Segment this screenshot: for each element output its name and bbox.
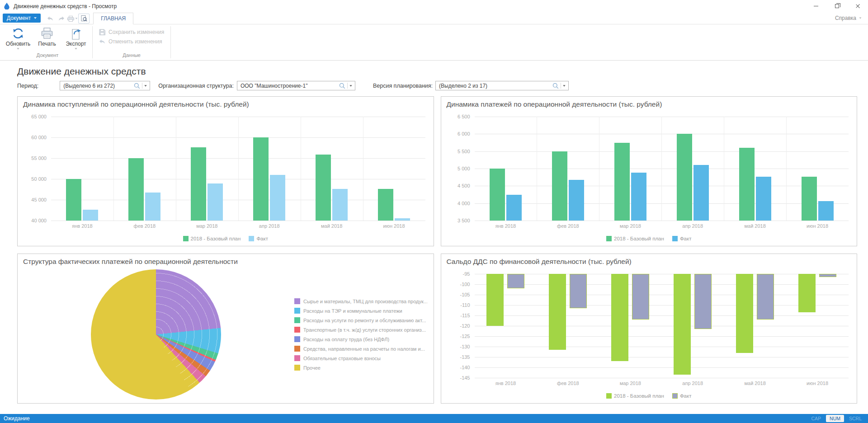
fact-bar <box>694 274 712 329</box>
fact-bar <box>507 274 524 288</box>
plot-area: -95-100-105-110-115-120-125-130-135-140-… <box>475 274 849 378</box>
y-axis-tick-label: -140 <box>460 365 470 370</box>
legend-item: 2018 - Базовый план <box>606 236 664 241</box>
help-button[interactable]: Справка <box>835 15 862 21</box>
plan-version-value: (Выделено 2 из 17) <box>439 83 551 89</box>
close-button[interactable] <box>847 0 868 12</box>
undo-button[interactable] <box>44 14 56 24</box>
bar-group <box>786 117 849 221</box>
x-axis-label: апр 2018 <box>238 223 301 229</box>
export-button[interactable]: Экспорт <box>62 26 90 52</box>
dashboard-grid: Динамика поступлений по операционной дея… <box>17 96 857 404</box>
chevron-down-icon[interactable] <box>349 85 352 87</box>
gridline <box>475 221 849 221</box>
gridline <box>51 221 425 221</box>
x-axis-label: янв 2018 <box>51 223 113 229</box>
tab-glavnaya[interactable]: ГЛАВНАЯ <box>93 13 133 24</box>
legend-label: Расходы на услуги по ремонту и обслужива… <box>303 318 426 323</box>
plan-bar <box>316 155 331 221</box>
status-bar: Ожидание CAP NUM SCRL <box>0 414 868 423</box>
caps-lock-indicator: CAP <box>807 415 825 422</box>
x-axis-labels: янв 2018фев 2018мар 2018апр 2018май 2018… <box>475 381 849 386</box>
search-icon[interactable] <box>552 83 559 89</box>
bar-group <box>724 117 786 221</box>
bar-group <box>238 117 301 221</box>
combo-divider <box>561 83 561 89</box>
bar-groups <box>51 117 425 221</box>
plan-bar <box>191 147 206 221</box>
plan-bar <box>128 158 144 221</box>
document-menu-button[interactable]: Документ <box>3 14 41 23</box>
bar-group <box>301 117 363 221</box>
redo-icon <box>58 16 65 21</box>
page-title: Движение денежных средств <box>17 66 857 77</box>
x-axis-label: май 2018 <box>301 223 363 229</box>
x-axis-label: мар 2018 <box>599 381 661 386</box>
pie-legend-item: Расходы на услуги по ремонту и обслужива… <box>294 315 427 325</box>
plan-version-combobox[interactable]: (Выделено 2 из 17) <box>435 81 569 90</box>
plan-bar <box>378 189 393 221</box>
chevron-down-icon[interactable] <box>563 85 565 87</box>
plan-bar <box>674 274 691 375</box>
receipts-bar-chart: 65 00060 00055 00050 00045 00040 000янв … <box>23 111 428 242</box>
y-axis-tick-label: -100 <box>460 282 470 287</box>
chart-legend: 2018 - Базовый планФакт <box>23 236 428 241</box>
period-combobox[interactable]: (Выделено 6 из 272) <box>60 81 150 90</box>
bar-group <box>537 117 599 221</box>
redo-button[interactable] <box>56 14 67 24</box>
x-axis-label: янв 2018 <box>475 223 537 229</box>
maximize-button[interactable] <box>826 0 847 12</box>
legend-swatch-icon <box>606 236 612 241</box>
chart-title: Структура фактических платежей по операц… <box>23 258 428 268</box>
org-structure-combobox[interactable]: ООО "Машиностроение-1" <box>237 81 355 90</box>
legend-swatch-icon <box>249 236 254 241</box>
refresh-label: Обновить <box>6 41 30 47</box>
scroll-lock-indicator: SCRL <box>845 415 865 422</box>
legend-swatch-icon <box>294 308 300 314</box>
refresh-icon <box>12 27 24 40</box>
save-changes-label: Сохранить изменения <box>108 29 164 35</box>
document-group-buttons: Обновить Печать <box>3 24 92 52</box>
chart-title: Динамика платежей по операционной деятел… <box>447 100 852 111</box>
print-preview-button[interactable] <box>78 14 90 24</box>
fact-bar <box>818 201 834 221</box>
y-axis-tick-label: -110 <box>460 302 470 308</box>
quick-print-button[interactable] <box>67 14 78 24</box>
legend-label: 2018 - Базовый план <box>191 236 241 241</box>
y-axis-tick-label: 40 000 <box>31 218 47 223</box>
print-button[interactable]: Печать <box>33 26 61 52</box>
bar-groups <box>475 274 849 378</box>
fact-bar <box>395 218 410 221</box>
plan-bar <box>490 169 505 221</box>
search-icon[interactable] <box>339 83 345 89</box>
bar-group <box>537 274 599 378</box>
cancel-changes-label: Отменить изменения <box>108 38 162 45</box>
y-axis-tick-label: 6 000 <box>458 131 470 136</box>
bar-group <box>599 274 661 378</box>
refresh-button[interactable]: Обновить <box>5 26 32 52</box>
cancel-changes-button[interactable]: Отменить изменения <box>99 38 164 45</box>
undo-icon <box>47 16 53 21</box>
legend-swatch-icon <box>183 236 189 241</box>
legend-swatch-icon <box>294 346 300 352</box>
search-icon[interactable] <box>134 83 140 89</box>
chart-panel-payments: Динамика платежей по операционной деятел… <box>441 96 858 246</box>
bar-group <box>661 274 724 378</box>
x-axis-label: фев 2018 <box>113 223 176 229</box>
filter-bar: Период: (Выделено 6 из 272) Организацион… <box>17 81 857 90</box>
pie-legend-item: Средства, направленные на расчеты по нал… <box>294 344 427 353</box>
chevron-down-icon[interactable] <box>145 85 147 87</box>
y-axis-tick-label: 65 000 <box>31 114 47 119</box>
plan-bar <box>552 151 567 221</box>
x-axis-label: фев 2018 <box>537 381 599 386</box>
legend-swatch-icon <box>294 336 300 342</box>
bar-group <box>599 117 661 221</box>
title-bar: Движение денежных средств - Просмотр <box>0 0 868 12</box>
minimize-icon <box>814 6 818 6</box>
keyboard-indicators: CAP NUM SCRL <box>807 415 865 422</box>
plan-bar <box>66 179 81 221</box>
filter-label-version: Версия планирования: <box>373 83 433 89</box>
minimize-button[interactable] <box>806 0 826 12</box>
pie-legend-item: Транспортные (в т.ч. ж/д) услуги сторонн… <box>294 325 427 334</box>
save-changes-button[interactable]: Сохранить изменения <box>99 29 164 35</box>
